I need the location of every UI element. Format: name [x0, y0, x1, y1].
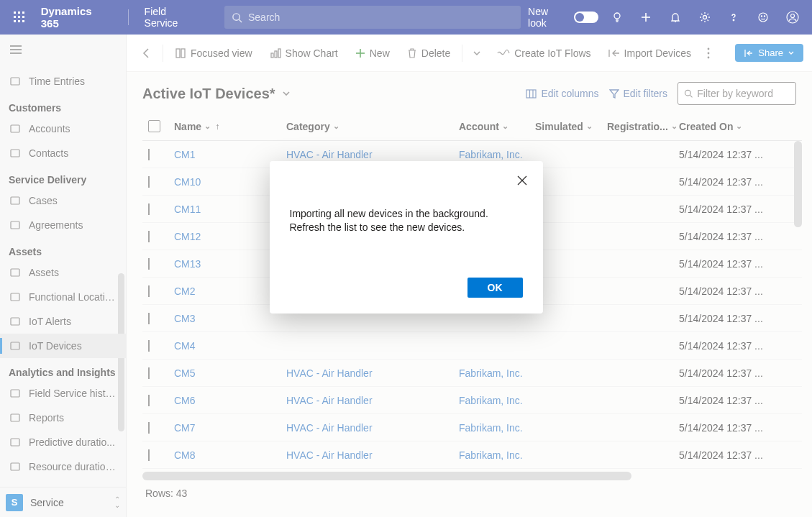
modal-overlay: Importing all new devices in the backgro…	[0, 0, 812, 517]
close-icon	[517, 175, 527, 186]
ok-button[interactable]: OK	[467, 278, 523, 298]
dialog-message: Importing all new devices in the backgro…	[290, 181, 523, 278]
import-dialog: Importing all new devices in the backgro…	[270, 161, 543, 314]
close-button[interactable]	[517, 175, 527, 186]
